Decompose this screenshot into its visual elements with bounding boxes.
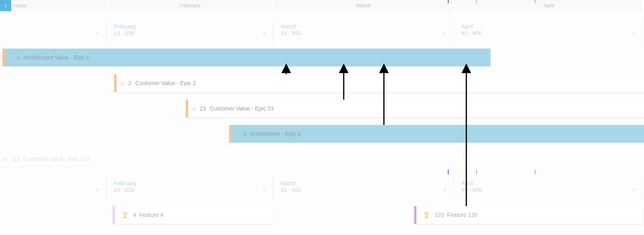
- period-range: 2/1 - 2/28: [107, 30, 272, 36]
- add-button[interactable]: +: [630, 30, 638, 38]
- tick-green: [476, 170, 477, 174]
- add-button[interactable]: +: [260, 186, 268, 194]
- trophy-icon: 🏆: [121, 206, 128, 224]
- period-range: 4/1 - 4/30: [454, 186, 642, 193]
- crown-icon: ♔: [8, 49, 13, 67]
- tick-purple: [448, 0, 449, 3]
- tick-purple: [448, 170, 449, 174]
- period-range: 3/1 - 3/31: [273, 30, 453, 36]
- crown-icon: ♔: [120, 75, 125, 92]
- period-title: March: [273, 19, 453, 30]
- add-button[interactable]: +: [630, 186, 638, 194]
- period-row-bottom: + February 2/1 - 2/28 + March 3/1 - 3/31…: [0, 176, 644, 199]
- period-title: April: [454, 176, 642, 186]
- feature-bar-4[interactable]: 🏆 4 Feature 4: [113, 206, 273, 224]
- epic-label: Architecture - Epic 3: [250, 131, 301, 137]
- month-header-february[interactable]: February: [109, 0, 273, 11]
- crown-icon: ♔: [2, 156, 8, 162]
- add-button[interactable]: +: [260, 30, 268, 38]
- period-title: February: [107, 176, 272, 186]
- period-cell-apr[interactable]: April 4/1 - 4/30 +: [454, 19, 643, 43]
- month-header-april[interactable]: April: [455, 0, 644, 11]
- add-button[interactable]: +: [441, 186, 449, 194]
- add-button[interactable]: +: [93, 186, 101, 194]
- epic-bar-1[interactable]: ♔ 1 Architecture Value - Epic 1: [2, 49, 490, 66]
- epic-id: 23: [200, 105, 206, 112]
- epic-id: 115: [11, 156, 20, 162]
- period-title: February: [107, 19, 272, 30]
- period-range: 4/1 - 4/30: [454, 30, 642, 36]
- month-header-january[interactable]: nuary: [0, 0, 109, 11]
- epic-label: Customer Value - Epic 23: [210, 105, 273, 112]
- period-cell-blank: +: [0, 19, 107, 43]
- period-range: 2/1 - 2/28: [107, 186, 272, 193]
- period-title: April: [454, 19, 642, 30]
- period-cell-apr[interactable]: April 4/1 - 4/30 +: [454, 176, 643, 199]
- period-range: 3/1 - 3/31: [273, 186, 453, 193]
- month-header-march[interactable]: March: [273, 0, 455, 11]
- epic-bar-3[interactable]: ♔ 3 Architecture - Epic 3: [229, 125, 644, 143]
- month-label: March: [356, 2, 371, 8]
- crown-icon: ♔: [191, 100, 197, 118]
- epic-bar-23[interactable]: ♔ 23 Customer Value - Epic 23: [186, 100, 644, 117]
- crown-icon: ♔: [235, 125, 240, 143]
- feature-id: 4: [133, 212, 136, 218]
- period-cell-mar[interactable]: March 3/1 - 3/31 +: [273, 19, 454, 43]
- add-button[interactable]: +: [93, 30, 101, 38]
- month-label: February: [180, 2, 201, 8]
- epic-label: Customer Value - Epic 115: [23, 156, 90, 162]
- epic-label: Customer Value - Epic 2: [135, 80, 196, 86]
- tick-green: [476, 0, 477, 3]
- month-label: nuary: [14, 2, 27, 8]
- month-header-row: nuary February March April: [0, 0, 644, 11]
- period-row-top: + February 2/1 - 2/28 + March 3/1 - 3/31…: [0, 19, 644, 43]
- period-cell-mar[interactable]: March 3/1 - 3/31 +: [273, 176, 454, 199]
- epic-bar-2[interactable]: ♔ 2 Customer Value - Epic 2: [114, 74, 644, 92]
- period-title: March: [273, 176, 453, 186]
- trophy-icon: 🏆: [423, 206, 430, 224]
- epic-id: 3: [243, 131, 246, 137]
- tick-teal: [535, 0, 535, 3]
- epic-label: Architecture Value - Epic 1: [23, 54, 90, 61]
- feature-bar-120[interactable]: 🏆 120 Feature 120: [414, 206, 643, 224]
- feature-label: Feature 120: [447, 212, 478, 218]
- add-button[interactable]: +: [441, 30, 449, 38]
- feature-label: Feature 4: [139, 212, 163, 218]
- epic-id: 2: [128, 80, 131, 86]
- epic-id: 1: [16, 54, 20, 61]
- period-cell-feb[interactable]: February 2/1 - 2/28 +: [107, 176, 273, 199]
- epic-bar-115-faded[interactable]: ♔ 115 Customer Value - Epic 115: [0, 151, 644, 167]
- back-button[interactable]: ‹: [0, 0, 11, 11]
- tick-teal: [535, 170, 535, 174]
- feature-id: 120: [435, 212, 444, 218]
- period-cell-blank: +: [0, 176, 107, 199]
- chevron-left-icon: ‹: [4, 2, 6, 9]
- period-cell-feb[interactable]: February 2/1 - 2/28 +: [107, 19, 273, 43]
- month-label: April: [544, 2, 554, 8]
